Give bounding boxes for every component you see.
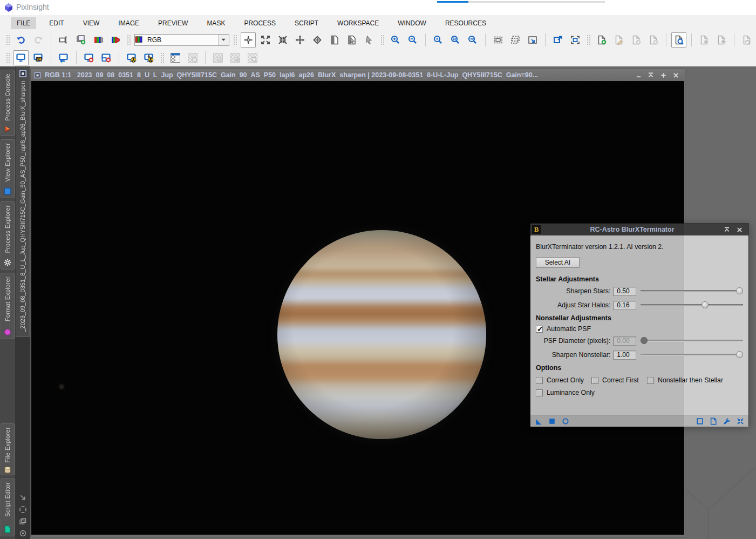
apply-button[interactable] — [535, 417, 542, 425]
new-image-button[interactable] — [73, 32, 88, 48]
fit-window-button[interactable] — [491, 32, 506, 48]
minimize-button[interactable] — [635, 71, 642, 79]
expand-window-button[interactable] — [550, 32, 566, 48]
undo-button[interactable] — [13, 32, 29, 48]
sidebar-tab-process-explorer[interactable]: Process Explorer — [1, 201, 15, 270]
center-view-button[interactable] — [19, 529, 27, 537]
zoom-to-fit-button[interactable] — [448, 32, 463, 48]
browse-interface-button[interactable] — [696, 417, 704, 425]
menu-workspace[interactable]: WORKSPACE — [331, 17, 385, 29]
slider-track[interactable] — [641, 354, 743, 356]
dialog-titlebar[interactable]: B RC-Astro BlurXTerminator — [530, 224, 748, 235]
stf-24bit-button[interactable]: 24 — [31, 50, 46, 65]
fit-mode-button[interactable] — [19, 506, 27, 514]
documentation-button[interactable] — [710, 417, 717, 425]
slider-track[interactable] — [641, 290, 743, 292]
new-preview-mode-button[interactable] — [327, 32, 342, 48]
slider-thumb[interactable] — [736, 287, 743, 294]
sharpen-nonstellar-value[interactable]: 1.00 — [613, 351, 636, 360]
sharpen-nonstellar-slider[interactable] — [641, 351, 743, 359]
luminance-only-checkbox[interactable] — [536, 389, 543, 396]
menu-mask[interactable]: MASK — [201, 17, 231, 29]
pan-mode-button[interactable] — [292, 32, 308, 48]
force-close-window-button[interactable] — [124, 50, 139, 65]
sharpen-stars-value[interactable]: 0.50 — [613, 287, 636, 296]
toolbar-grip[interactable] — [233, 34, 237, 46]
navigate-mode-button[interactable] — [310, 32, 325, 48]
preferences-wrench-button[interactable] — [723, 417, 731, 425]
zoom-1-1-button[interactable] — [431, 32, 446, 48]
toolbar-grip[interactable] — [5, 34, 10, 46]
menu-resources[interactable]: RESOURCES — [439, 17, 492, 29]
chevron-down-icon[interactable] — [218, 35, 229, 45]
sidebar-tab-format-explorer[interactable]: Format Explorer — [1, 273, 15, 339]
toolbar-grip[interactable] — [380, 34, 385, 46]
slider-track[interactable] — [641, 304, 743, 306]
new-process-button[interactable] — [594, 32, 609, 48]
rgb-swatch-icon — [135, 36, 144, 44]
contract-mode-button[interactable] — [275, 32, 290, 48]
slider-thumb[interactable] — [701, 301, 709, 308]
scroll-indicator-button[interactable] — [19, 494, 27, 502]
extract-channels-button[interactable] — [108, 32, 123, 48]
expand-mode-button[interactable] — [258, 32, 273, 48]
sidebar-tab-file-explorer[interactable]: File Explorer — [1, 423, 15, 475]
track-view-button[interactable] — [241, 32, 256, 48]
close-button[interactable] — [672, 71, 679, 79]
sidebar-tab-script-editor[interactable]: Script Editor — [1, 479, 15, 536]
show-main-views-button[interactable] — [13, 50, 29, 65]
menu-edit[interactable]: EDIT — [43, 17, 70, 29]
color-channels-button[interactable] — [91, 32, 106, 48]
adjust-star-halos-value[interactable]: 0.16 — [613, 301, 636, 310]
channel-selector[interactable]: RGB — [134, 34, 229, 46]
force-close-all-button[interactable] — [141, 50, 156, 65]
zoom-window-button[interactable] — [659, 71, 667, 79]
select-ai-button[interactable]: Select AI — [536, 257, 580, 268]
psf-diameter-pixels-value: 0.00 — [613, 336, 636, 346]
zoom-out-button[interactable] — [405, 32, 420, 48]
correct-only-checkbox[interactable] — [536, 377, 543, 384]
browse-process-button[interactable] — [671, 32, 686, 48]
reset-button[interactable] — [737, 417, 744, 425]
sharpen-stars-slider[interactable] — [641, 287, 743, 295]
correct-first-checkbox[interactable] — [591, 377, 598, 384]
shade-button[interactable] — [723, 226, 731, 233]
image-window-titlebar[interactable]: RGB 1:1 _2023_09_08_0351_8_U_L_Jup_QHY5I… — [31, 69, 685, 81]
menu-script[interactable]: SCRIPT — [289, 17, 324, 29]
menu-window[interactable]: WINDOW — [392, 17, 432, 29]
sidebar-tab-process-console[interactable]: Process Console — [1, 70, 15, 136]
fit-view-button[interactable] — [525, 32, 540, 48]
toolbar-grip[interactable] — [160, 52, 165, 64]
recall-window-button[interactable] — [56, 50, 71, 65]
slider-thumb[interactable] — [736, 351, 743, 358]
image-tab[interactable]: _2023_09_08_0351_8_U_L_Jup_QHY5III715C_G… — [16, 68, 30, 337]
menu-file[interactable]: FILE — [11, 17, 36, 29]
zoom-in-button[interactable] — [388, 32, 403, 48]
zoom-optimal-button[interactable] — [465, 32, 480, 48]
menu-process[interactable]: PROCESS — [238, 17, 282, 29]
close-button[interactable] — [735, 226, 743, 233]
show-mask-button[interactable] — [168, 50, 183, 65]
toolbar-grip[interactable] — [586, 34, 591, 46]
menu-image[interactable]: IMAGE — [112, 17, 145, 29]
realtime-preview-button[interactable] — [562, 417, 569, 425]
menu-preview[interactable]: PREVIEW — [152, 17, 194, 29]
fit-all-windows-button[interactable] — [508, 32, 523, 48]
close-window-button[interactable] — [81, 50, 97, 65]
duplicate-view-button[interactable] — [19, 517, 27, 525]
adjust-star-halos-slider[interactable] — [641, 301, 743, 309]
close-all-windows-button[interactable] — [99, 50, 114, 65]
nonstellar-then-stellar-checkbox[interactable] — [647, 377, 654, 384]
blurxterminator-dialog[interactable]: B RC-Astro BlurXTerminator BlurXTerminat… — [530, 223, 749, 426]
shrink-window-button[interactable] — [568, 32, 583, 48]
menu-view[interactable]: VIEW — [77, 17, 106, 29]
rename-image-button[interactable] — [56, 32, 71, 48]
selection-mode-button[interactable] — [362, 32, 377, 48]
sidebar-tab-view-explorer[interactable]: View Explorer — [1, 139, 15, 198]
toolbar-grip[interactable] — [126, 34, 131, 46]
toolbar-grip[interactable] — [5, 52, 10, 64]
shade-button[interactable] — [647, 71, 655, 79]
apply-global-button[interactable] — [548, 417, 556, 425]
edit-preview-mode-button[interactable] — [344, 32, 359, 48]
automatic-psf-checkbox[interactable] — [536, 326, 543, 333]
